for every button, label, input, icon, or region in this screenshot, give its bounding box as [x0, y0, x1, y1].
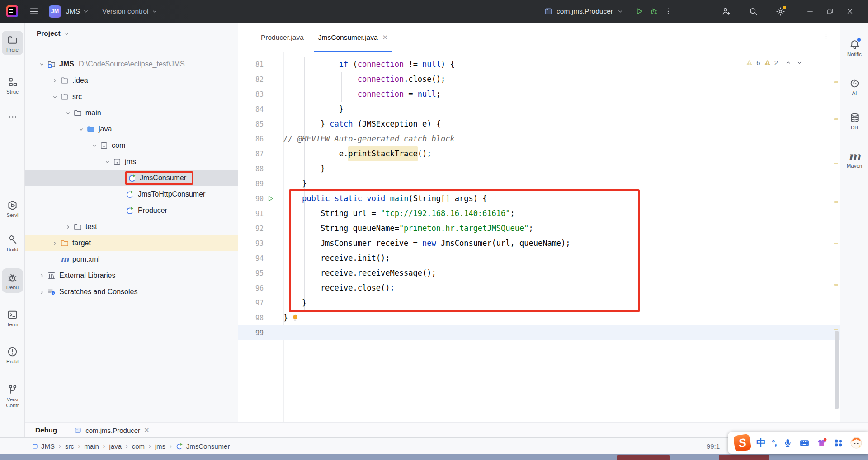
sidebar-item-database[interactable]: DB	[840, 112, 868, 130]
sogou-logo-icon[interactable]: S	[733, 434, 752, 452]
tab-producer-java[interactable]: Producer.java	[254, 23, 311, 52]
line-number[interactable]: 85	[238, 120, 264, 128]
tree-item-jmsconsumer[interactable]: JmsConsumer	[25, 170, 238, 186]
tree-item--idea[interactable]: .idea	[25, 72, 238, 89]
tree-item-test[interactable]: test	[25, 219, 238, 235]
tab-close-icon[interactable]: ✕	[144, 426, 150, 434]
breadcrumb-item-main[interactable]: main	[84, 442, 99, 450]
mascot-button[interactable]	[849, 436, 863, 450]
tree-item-external-libraries[interactable]: External Libraries	[25, 268, 238, 284]
chevron-right-icon[interactable]	[37, 288, 47, 296]
line-number[interactable]: 87	[238, 150, 264, 158]
line-number[interactable]: 99	[238, 329, 264, 337]
line-number[interactable]: 98	[238, 314, 264, 322]
sidebar-item-services[interactable]: Servi	[0, 200, 25, 218]
sidebar-item-problems[interactable]: Probl	[0, 346, 25, 364]
breadcrumb-item-com[interactable]: com	[132, 442, 145, 450]
sidebar-item-project[interactable]: Proje	[2, 31, 23, 55]
tree-item-java[interactable]: java	[25, 121, 238, 137]
line-number[interactable]: 94	[238, 254, 264, 263]
code-editor[interactable]: 81 if (connection != null) {82 connectio…	[238, 52, 840, 422]
chevron-down-icon[interactable]	[89, 142, 99, 150]
sidebar-item-version-control[interactable]: Versi Contr	[0, 384, 25, 408]
project-widget[interactable]: JM JMS	[45, 5, 90, 18]
tree-item-com[interactable]: com	[25, 137, 238, 154]
line-number[interactable]: 96	[238, 284, 264, 292]
chevron-right-icon[interactable]	[50, 77, 60, 84]
sidebar-item-build[interactable]: Build	[0, 234, 25, 252]
line-number[interactable]: 83	[238, 90, 264, 99]
tree-item-pom-xml[interactable]: mpom.xml	[25, 251, 238, 268]
editor-scrollbar-thumb[interactable]	[835, 331, 839, 409]
debug-console-tab[interactable]: com.jms.Producer ✕	[74, 426, 149, 434]
input-mode-chinese[interactable]: 中	[756, 437, 766, 449]
chevron-right-icon[interactable]	[63, 223, 73, 231]
close-button[interactable]	[840, 4, 860, 19]
line-number[interactable]: 81	[238, 61, 264, 69]
warning-stripe-mark[interactable]	[834, 243, 838, 244]
intention-lightbulb-icon[interactable]	[291, 314, 299, 322]
tree-item-scratches-and-consoles[interactable]: Scratches and Consoles	[25, 284, 238, 300]
search-everywhere-button[interactable]	[746, 4, 760, 19]
tree-item-jms[interactable]: jms	[25, 154, 238, 170]
breadcrumb-item-jmsconsumer[interactable]: JmsConsumer	[176, 442, 230, 450]
taskbar-app-button[interactable]	[617, 455, 670, 460]
chevron-down-icon[interactable]	[63, 109, 73, 117]
minimize-button[interactable]	[800, 4, 820, 19]
line-number[interactable]: 90	[238, 195, 264, 203]
tree-item-jmstohttpconsumer[interactable]: JmsToHttpConsumer	[25, 186, 238, 202]
tree-item-target[interactable]: target	[25, 235, 238, 251]
tree-item-main[interactable]: main	[25, 105, 238, 121]
line-number[interactable]: 93	[238, 239, 264, 248]
breadcrumb-item-java[interactable]: java	[109, 442, 122, 450]
line-number[interactable]: 92	[238, 225, 264, 233]
sidebar-item-debug[interactable]: Debu	[2, 268, 23, 293]
warning-stripe-mark[interactable]	[834, 163, 838, 164]
soft-keyboard-button[interactable]	[799, 437, 810, 449]
editor-options-button[interactable]	[822, 33, 830, 42]
warning-stripe-mark[interactable]	[834, 284, 838, 286]
line-number[interactable]: 97	[238, 299, 264, 307]
previous-problem-icon[interactable]	[785, 59, 792, 66]
inspections-widget[interactable]: 6 2	[745, 59, 803, 66]
chevron-down-icon[interactable]	[76, 126, 86, 133]
main-menu-button[interactable]	[29, 6, 39, 16]
sidebar-item-more[interactable]	[0, 112, 25, 122]
breadcrumb-item-src[interactable]: src	[65, 442, 74, 450]
breadcrumb-item-jms[interactable]: jms	[155, 442, 165, 450]
toolbox-grid-button[interactable]	[833, 438, 844, 448]
sidebar-item-maven[interactable]: m Maven	[840, 151, 868, 169]
vcs-menu[interactable]: Version control	[102, 7, 158, 15]
debug-button[interactable]	[646, 4, 661, 19]
taskbar-app-button[interactable]	[719, 455, 769, 460]
voice-input-button[interactable]	[783, 438, 793, 448]
sidebar-item-notifications[interactable]: Notific	[840, 39, 868, 57]
line-number[interactable]: 84	[238, 105, 264, 113]
sidebar-item-terminal[interactable]: Term	[0, 309, 25, 327]
tree-item-jms[interactable]: JMSD:\CodeSource\eclipse_test\JMS	[25, 56, 238, 72]
tab-jmsconsumer-java[interactable]: JmsConsumer.java ✕	[311, 23, 395, 52]
line-number[interactable]: 95	[238, 269, 264, 277]
warning-stripe-mark[interactable]	[834, 81, 838, 83]
tab-close-icon[interactable]: ✕	[382, 33, 388, 42]
line-number[interactable]: 88	[238, 165, 264, 173]
next-problem-icon[interactable]	[796, 59, 803, 66]
windows-taskbar-sliver[interactable]	[0, 454, 868, 460]
restore-button[interactable]	[820, 4, 840, 19]
chevron-down-icon[interactable]	[37, 61, 47, 68]
sidebar-item-structure[interactable]: Struc	[0, 77, 25, 94]
line-number[interactable]: 82	[238, 75, 264, 84]
chevron-right-icon[interactable]	[37, 272, 47, 280]
line-number[interactable]: 89	[238, 180, 264, 188]
chevron-down-icon[interactable]	[50, 93, 60, 101]
more-actions-button[interactable]	[661, 4, 675, 19]
error-stripe[interactable]	[833, 23, 840, 422]
chevron-right-icon[interactable]	[50, 239, 60, 247]
warning-stripe-mark[interactable]	[834, 118, 838, 120]
warning-stripe-mark[interactable]	[834, 201, 838, 203]
code-with-me-button[interactable]	[719, 4, 733, 19]
chevron-down-icon[interactable]	[102, 158, 112, 166]
run-button[interactable]	[632, 4, 646, 19]
settings-button[interactable]	[773, 4, 788, 19]
run-configuration-selector[interactable]: com.jms.Producer	[544, 7, 624, 16]
